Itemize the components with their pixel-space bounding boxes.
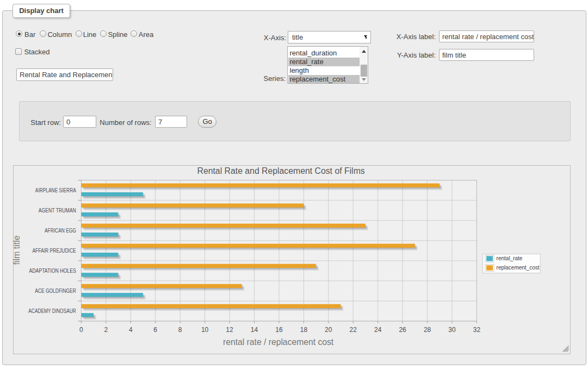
svg-text:20: 20 — [325, 326, 333, 334]
svg-text:16: 16 — [276, 326, 283, 334]
svg-text:Rental Rate and Replacement Co: Rental Rate and Replacement Cost of Film… — [197, 166, 365, 175]
svg-text:film title: film title — [12, 235, 21, 265]
svg-text:14: 14 — [251, 326, 258, 334]
svg-text:replacement_cost: replacement_cost — [497, 265, 540, 271]
svg-text:ADAPTATION HOLES: ADAPTATION HOLES — [29, 268, 77, 274]
svg-text:0: 0 — [79, 326, 83, 334]
svg-text:AIRPLANE SIERRA: AIRPLANE SIERRA — [35, 187, 76, 193]
svg-text:AFRICAN EGG: AFRICAN EGG — [45, 228, 76, 234]
svg-text:28: 28 — [424, 326, 431, 334]
svg-text:26: 26 — [399, 326, 407, 334]
svg-text:rental rate / replacement cost: rental rate / replacement cost — [223, 337, 334, 347]
svg-text:4: 4 — [129, 326, 133, 334]
svg-text:10: 10 — [201, 326, 209, 334]
svg-text:ACADEMY DINOSAUR: ACADEMY DINOSAUR — [29, 308, 76, 314]
svg-text:AFFAIR PREJUDICE: AFFAIR PREJUDICE — [33, 248, 77, 254]
svg-text:32: 32 — [473, 326, 481, 334]
svg-text:8: 8 — [178, 326, 182, 334]
svg-text:24: 24 — [374, 326, 382, 334]
svg-text:2: 2 — [104, 326, 108, 334]
svg-text:AGENT TRUMAN: AGENT TRUMAN — [39, 208, 76, 214]
svg-text:30: 30 — [449, 326, 456, 334]
svg-text:12: 12 — [226, 326, 234, 334]
svg-text:18: 18 — [300, 326, 308, 334]
svg-text:ACE GOLDFINGER: ACE GOLDFINGER — [35, 288, 76, 294]
svg-text:rental_rate: rental_rate — [497, 255, 523, 261]
svg-text:6: 6 — [154, 326, 158, 334]
svg-text:22: 22 — [350, 326, 357, 334]
